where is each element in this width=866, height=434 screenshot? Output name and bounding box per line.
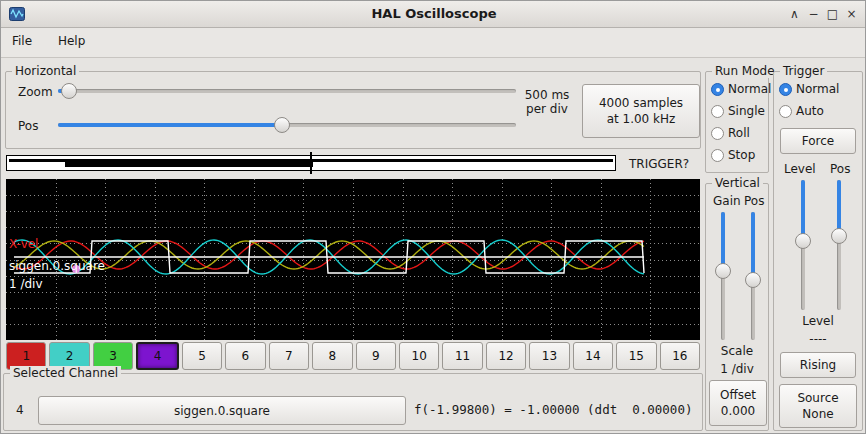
samples-info-button[interactable]: 4000 samples at 1.00 kHz [582,84,700,138]
vertical-section: Vertical Gain Pos Scale 1 /div Offset 0.… [705,183,769,431]
selected-channel-label: Selected Channel [10,366,121,380]
run-mode-section: Run Mode Normal Single Roll Stop [705,71,769,173]
close-button[interactable]: × [842,5,861,24]
channel-button-12[interactable]: 12 [486,342,526,370]
scope-scale-label: 1 /div [9,277,43,291]
channel-name-button[interactable]: siggen.0.square [38,396,406,425]
channel-button-13[interactable]: 13 [529,342,569,370]
trigger-level-handle[interactable] [795,233,811,249]
radio-icon [779,105,792,118]
zoom-slider[interactable] [58,82,516,100]
menubar: File Help [1,28,866,58]
zoom-slider-track [58,89,516,93]
trigger-label: Trigger [780,64,827,78]
vertical-label: Vertical [712,176,763,190]
channel-button-11[interactable]: 11 [442,342,482,370]
scope-display: X-vel siggen.0.square 1 /div [6,179,700,340]
time-per-div-value: 500 ms [516,88,578,102]
run-mode-single[interactable]: Single [711,102,765,120]
samples-rate: at 1.00 kHz [607,111,676,127]
horizontal-section: Horizontal Zoom Pos 500 ms per div 4000 … [5,71,701,149]
trigger-source-button[interactable]: Source None [779,384,857,428]
trigger-source-value: None [802,406,833,422]
window-controls: ∧ − □ × [785,5,861,24]
run-mode-stop-label: Stop [728,148,755,162]
record-position-bar [6,155,616,171]
scale-caption: Scale [706,344,768,358]
scope-channel1-label: X-vel [9,237,38,251]
menu-file[interactable]: File [1,28,43,54]
run-mode-roll-label: Roll [728,126,750,140]
hal-oscilloscope-window: HAL Oscilloscope ∧ − □ × File Help Horiz… [0,0,866,434]
offset-button[interactable]: Offset 0.000 [709,380,767,426]
channel-button-16[interactable]: 16 [660,342,700,370]
trigger-pos-handle[interactable] [831,228,847,244]
channel-button-9[interactable]: 9 [356,342,396,370]
trigger-level-caption: Level [774,314,862,328]
pos-label: Pos [18,119,38,133]
zoom-label: Zoom [18,85,53,99]
gain-slider[interactable] [714,212,732,340]
time-per-div: 500 ms per div [516,88,578,116]
scope-selected-channel-label: siggen.0.square [9,259,105,273]
force-trigger-button[interactable]: Force [780,128,856,154]
window-title: HAL Oscilloscope [1,6,866,21]
run-mode-normal[interactable]: Normal [711,80,771,98]
trigger-level-slider[interactable] [794,180,812,310]
run-mode-single-label: Single [728,104,765,118]
scale-value: 1 /div [706,362,768,376]
position-slider[interactable] [58,116,516,134]
channel-button-7[interactable]: 7 [269,342,309,370]
radio-icon [711,127,724,140]
gain-slider-handle[interactable] [715,263,731,279]
shade-button[interactable]: ∧ [785,5,804,24]
radio-icon [711,149,724,162]
trigger-normal-label: Normal [796,82,839,96]
vertical-pos-slider[interactable] [744,212,762,340]
gain-label: Gain [713,194,741,208]
trigger-source-label: Source [797,390,838,406]
trigger-pos-slider[interactable] [830,180,848,310]
radio-icon [711,83,724,96]
radio-icon [711,105,724,118]
titlebar: HAL Oscilloscope ∧ − □ × [1,1,866,28]
channel-button-4[interactable]: 4 [136,342,178,370]
trigger-level-label: Level [784,162,816,176]
trigger-position-tick [310,152,312,174]
minimize-button[interactable]: − [804,5,823,24]
samples-count: 4000 samples [599,95,683,111]
vertical-pos-handle[interactable] [745,272,761,288]
position-slider-handle[interactable] [274,117,290,133]
record-filled-segment [65,159,313,167]
time-per-div-caption: per div [516,102,578,116]
channel-value-readout: f(-1.99800) = -1.00000 (ddt 0.00000) [414,402,692,417]
trigger-normal[interactable]: Normal [779,80,839,98]
channel-button-10[interactable]: 10 [399,342,439,370]
trigger-auto[interactable]: Auto [779,102,824,120]
channel-button-15[interactable]: 15 [616,342,656,370]
menu-help[interactable]: Help [47,28,96,54]
channel-button-5[interactable]: 5 [182,342,222,370]
run-mode-roll[interactable]: Roll [711,124,750,142]
offset-value: 0.000 [721,403,755,419]
channel-button-8[interactable]: 8 [312,342,352,370]
trigger-status: TRIGGER? [629,157,689,171]
trigger-edge-button[interactable]: Rising [780,352,856,378]
selected-channel-section: Selected Channel 4 siggen.0.square f(-1.… [3,373,703,431]
horizontal-label: Horizontal [12,64,79,78]
zoom-slider-handle[interactable] [61,83,77,99]
channel-button-6[interactable]: 6 [225,342,265,370]
trigger-pos-track [837,180,841,310]
trigger-section: Trigger Normal Auto Force Level Pos Leve… [773,71,863,431]
trigger-auto-label: Auto [796,104,824,118]
selected-channel-number: 4 [16,403,24,417]
maximize-button[interactable]: □ [823,5,842,24]
trigger-pos-label: Pos [830,162,850,176]
run-mode-label: Run Mode [712,64,778,78]
channel-button-14[interactable]: 14 [573,342,613,370]
scope-canvas [6,179,700,340]
trigger-level-value: ---- [774,332,862,346]
offset-label: Offset [720,387,756,403]
run-mode-stop[interactable]: Stop [711,146,755,164]
vertical-pos-label: Pos [744,194,764,208]
